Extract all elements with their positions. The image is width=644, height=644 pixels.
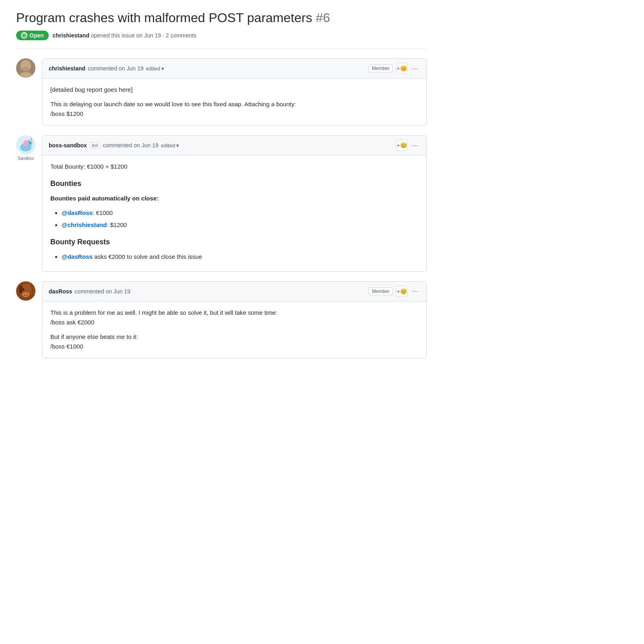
comment-text-1a: [detailed bug report goes here] (50, 85, 418, 95)
comment-header-1: chrishiestand commented on Jun 19 edited… (42, 59, 426, 78)
comment-thread: chrishiestand commented on Jun 19 edited… (16, 58, 427, 358)
svg-point-9 (30, 142, 31, 144)
list-item: @dasRoss asks €2000 to solve and close t… (62, 252, 418, 262)
comment-row-2: Sandbox boss-sandbox bot commented on Ju… (16, 135, 427, 272)
comment-body-1: [detailed bug report goes here] This is … (42, 78, 426, 125)
bounty-requests-heading: Bounty Requests (50, 236, 418, 248)
comment-header-left-3: dasRoss commented on Jun 19 (49, 288, 130, 295)
svg-point-13 (24, 294, 25, 295)
comment-timestamp-3: commented on Jun 19 (74, 288, 130, 295)
avatar-wrapper-2: Sandbox (16, 135, 35, 161)
comment-body-2: Total Bounty: €1000 + $1200 Bounties Bou… (42, 155, 426, 271)
avatar-wrapper-3 (16, 281, 35, 301)
avatar-2 (16, 135, 35, 155)
svg-point-18 (19, 285, 23, 293)
comment-box-1: chrishiestand commented on Jun 19 edited… (42, 58, 427, 126)
issue-title-text: Program crashes with malformed POST para… (16, 10, 312, 25)
bounties-list: @dasRoss: €1000 @chrishiestand: $1200 (50, 208, 418, 230)
member-badge-1: Member (369, 64, 393, 72)
comment-author-1[interactable]: chrishiestand (49, 65, 85, 72)
add-emoji-button-1[interactable]: +😊 (396, 63, 407, 74)
sandbox-label: Sandbox (18, 156, 33, 161)
chevron-down-icon-2: ▾ (176, 142, 179, 149)
meta-comments: 2 comments (166, 32, 196, 39)
status-label: Open (29, 32, 44, 39)
sandbox-avatar-svg (16, 135, 35, 155)
avatar (16, 58, 35, 78)
total-bounty-text: Total Bounty: €1000 + $1200 (50, 162, 418, 171)
user-avatar-svg (16, 58, 35, 78)
issue-meta-text: chrishiestand opened this issue on Jun 1… (53, 32, 196, 39)
comment-header-left-2: boss-sandbox bot commented on Jun 19 edi… (49, 142, 179, 149)
comment-text-1b: This is delaying our launch date so we w… (50, 99, 418, 119)
comment-text-3b: But if anyone else beats me to it:/boss … (50, 332, 418, 351)
svg-point-8 (23, 140, 28, 147)
list-item: @chrishiestand: $1200 (62, 220, 418, 230)
list-item: @dasRoss: €1000 (62, 208, 418, 218)
comment-timestamp-1: commented on Jun 19 (88, 65, 144, 72)
meta-action: opened this issue on Jun 19 (91, 32, 161, 39)
comment-header-right-2: +😊 ··· (396, 140, 420, 151)
bounties-heading: Bounties (50, 178, 418, 190)
add-emoji-button-2[interactable]: +😊 (396, 140, 407, 151)
divider (16, 48, 427, 49)
comment-header-3: dasRoss commented on Jun 19 Member +😊 ··… (42, 282, 426, 301)
bounty-request-1: @dasRoss asks €2000 to solve and close t… (62, 253, 202, 260)
chevron-down-icon: ▾ (161, 66, 164, 72)
bounty-requests-list: @dasRoss asks €2000 to solve and close t… (50, 252, 418, 262)
edited-dropdown-1[interactable]: edited ▾ (146, 66, 164, 72)
more-menu-button-3[interactable]: ··· (411, 287, 420, 295)
open-icon: ⓘ (21, 32, 27, 39)
more-menu-button-2[interactable]: ··· (411, 141, 420, 150)
svg-point-3 (22, 67, 29, 71)
bounty-item-1: @dasRoss: €1000 (62, 209, 113, 216)
issue-number: #6 (316, 10, 330, 25)
issue-meta: ⓘ Open chrishiestand opened this issue o… (16, 31, 427, 40)
svg-point-14 (26, 294, 28, 295)
comment-header-2: boss-sandbox bot commented on Jun 19 edi… (42, 136, 426, 155)
meta-author[interactable]: chrishiestand (53, 32, 89, 39)
comment-header-left-1: chrishiestand commented on Jun 19 edited… (49, 65, 164, 72)
comment-header-right-1: Member +😊 ··· (369, 63, 420, 74)
avatar-3 (16, 281, 35, 301)
comment-timestamp-2: commented on Jun 19 (103, 142, 159, 149)
comment-text-3a: This is a problem for me as well. I migh… (50, 308, 418, 327)
svg-point-12 (22, 292, 29, 297)
comment-row-3: dasRoss commented on Jun 19 Member +😊 ··… (16, 281, 427, 358)
bounties-subheading: Bounties paid automatically on close: (50, 195, 159, 202)
comment-author-3[interactable]: dasRoss (49, 288, 72, 295)
comment-header-right-3: Member +😊 ··· (369, 286, 420, 297)
comment-author-2[interactable]: boss-sandbox (49, 142, 87, 149)
add-emoji-button-3[interactable]: +😊 (396, 286, 407, 297)
open-badge: ⓘ Open (16, 31, 49, 40)
bounty-item-2: @chrishiestand: $1200 (62, 221, 127, 228)
comment-box-3: dasRoss commented on Jun 19 Member +😊 ··… (42, 281, 427, 358)
member-badge-3: Member (369, 287, 393, 295)
avatar-wrapper (16, 58, 35, 78)
issue-title: Program crashes with malformed POST para… (16, 10, 427, 26)
bot-badge: bot (89, 142, 100, 149)
horse-avatar-svg (16, 281, 35, 301)
comment-row: chrishiestand commented on Jun 19 edited… (16, 58, 427, 126)
edited-dropdown-2[interactable]: edited ▾ (161, 142, 179, 149)
more-menu-button-1[interactable]: ··· (411, 64, 420, 73)
comment-body-3: This is a problem for me as well. I migh… (42, 301, 426, 358)
comment-box-2: boss-sandbox bot commented on Jun 19 edi… (42, 135, 427, 272)
